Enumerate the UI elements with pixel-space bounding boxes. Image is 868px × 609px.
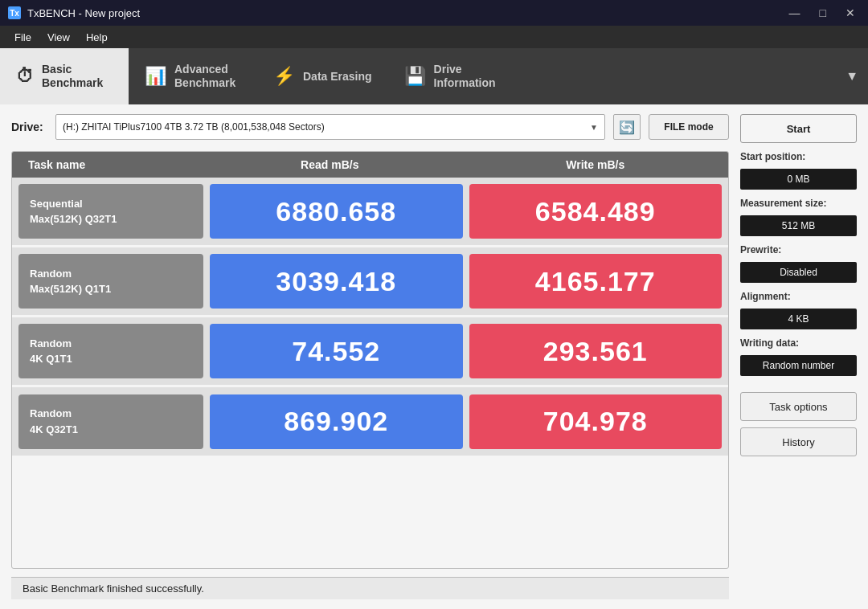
- measurement-size-label: Measurement size:: [740, 198, 857, 209]
- refresh-icon: 🔄: [619, 120, 635, 135]
- prewrite-label: Prewrite:: [740, 244, 857, 255]
- basic-benchmark-icon: ⏱: [16, 66, 34, 87]
- bench-read-0: 6880.658: [210, 184, 463, 239]
- main-content: Drive: (H:) ZHITAI TiPlus7100 4TB 3.72 T…: [0, 104, 868, 609]
- tab-data-erasing[interactable]: ⚡ Data Erasing: [257, 48, 388, 104]
- bench-write-3: 704.978: [469, 394, 723, 449]
- app-icon: Tx: [8, 6, 21, 19]
- file-mode-button[interactable]: FILE mode: [649, 114, 729, 140]
- alignment-value: 4 KB: [740, 309, 857, 329]
- toolbar: ⏱ BasicBenchmark 📊 AdvancedBenchmark ⚡ D…: [0, 48, 868, 104]
- menu-help[interactable]: Help: [78, 28, 116, 47]
- left-panel: Drive: (H:) ZHITAI TiPlus7100 4TB 3.72 T…: [11, 114, 729, 599]
- bench-row-0: Sequential Max(512K) Q32T16880.6586584.4…: [12, 178, 728, 247]
- start-position-value: 0 MB: [740, 169, 857, 190]
- bench-header: Task name Read mB/s Write mB/s: [12, 152, 728, 178]
- tab-basic-benchmark[interactable]: ⏱ BasicBenchmark: [0, 48, 129, 104]
- drive-select-text: (H:) ZHITAI TiPlus7100 4TB 3.72 TB (8,00…: [63, 121, 325, 133]
- bench-read-3: 869.902: [210, 394, 463, 449]
- menu-view[interactable]: View: [39, 28, 78, 47]
- right-panel: Start Start position: 0 MB Measurement s…: [740, 114, 857, 599]
- drive-select[interactable]: (H:) ZHITAI TiPlus7100 4TB 3.72 TB (8,00…: [55, 114, 605, 140]
- history-button[interactable]: History: [740, 427, 857, 456]
- bench-task-0: Sequential Max(512K) Q32T1: [18, 184, 203, 239]
- bench-row-1: Random Max(512K) Q1T13039.4184165.177: [12, 247, 728, 317]
- writing-data-label: Writing data:: [740, 337, 857, 349]
- bench-write-1: 4165.177: [469, 254, 723, 309]
- tab-drive-label: DriveInformation: [434, 63, 496, 90]
- minimize-button[interactable]: —: [784, 5, 805, 21]
- bench-row-2: Random 4K Q1T174.552293.561: [12, 317, 728, 387]
- drive-refresh-button[interactable]: 🔄: [613, 114, 641, 140]
- drive-dropdown-arrow: ▼: [590, 123, 598, 132]
- alignment-label: Alignment:: [740, 291, 857, 302]
- writing-data-value: Random number: [740, 355, 857, 376]
- benchmark-table: Task name Read mB/s Write mB/s Sequentia…: [11, 151, 729, 569]
- bench-write-2: 293.561: [469, 324, 723, 378]
- bench-read-2: 74.552: [210, 324, 463, 378]
- start-position-label: Start position:: [740, 151, 857, 162]
- start-button[interactable]: Start: [740, 114, 857, 143]
- drive-row: Drive: (H:) ZHITAI TiPlus7100 4TB 3.72 T…: [11, 114, 729, 140]
- data-erasing-icon: ⚡: [273, 66, 295, 87]
- drive-label: Drive:: [11, 121, 47, 133]
- tab-advanced-benchmark[interactable]: 📊 AdvancedBenchmark: [129, 48, 257, 104]
- advanced-benchmark-icon: 📊: [145, 66, 166, 87]
- status-bar: Basic Benchmark finished successfully.: [11, 577, 729, 599]
- prewrite-value: Disabled: [740, 262, 857, 283]
- drive-information-icon: 💾: [404, 66, 426, 87]
- tab-erasing-label: Data Erasing: [303, 70, 372, 84]
- bench-write-0: 6584.489: [469, 184, 723, 239]
- menubar: File View Help: [0, 26, 868, 48]
- task-options-button[interactable]: Task options: [740, 392, 857, 421]
- close-button[interactable]: ✕: [841, 5, 860, 21]
- titlebar: Tx TxBENCH - New project — □ ✕: [0, 0, 868, 26]
- measurement-size-value: 512 MB: [740, 215, 857, 236]
- tab-drive-information[interactable]: 💾 DriveInformation: [388, 48, 517, 104]
- col-write: Write mB/s: [463, 152, 729, 178]
- window-title: TxBENCH - New project: [27, 7, 784, 19]
- tab-basic-label: BasicBenchmark: [42, 63, 103, 90]
- status-text: Basic Benchmark finished successfully.: [23, 582, 204, 595]
- window-controls: — □ ✕: [784, 5, 860, 21]
- bench-task-1: Random Max(512K) Q1T1: [18, 254, 203, 309]
- bench-read-1: 3039.418: [210, 254, 463, 309]
- bench-rows: Sequential Max(512K) Q32T16880.6586584.4…: [12, 178, 728, 456]
- col-read: Read mB/s: [197, 152, 463, 178]
- maximize-button[interactable]: □: [815, 5, 831, 21]
- bench-task-2: Random 4K Q1T1: [18, 324, 203, 378]
- bench-row-3: Random 4K Q32T1869.902704.978: [12, 387, 728, 456]
- col-task-name: Task name: [12, 152, 197, 178]
- menu-file[interactable]: File: [6, 28, 39, 47]
- bench-task-3: Random 4K Q32T1: [18, 394, 203, 449]
- tab-advanced-label: AdvancedBenchmark: [174, 63, 235, 90]
- toolbar-dropdown-arrow[interactable]: ▼: [845, 69, 868, 84]
